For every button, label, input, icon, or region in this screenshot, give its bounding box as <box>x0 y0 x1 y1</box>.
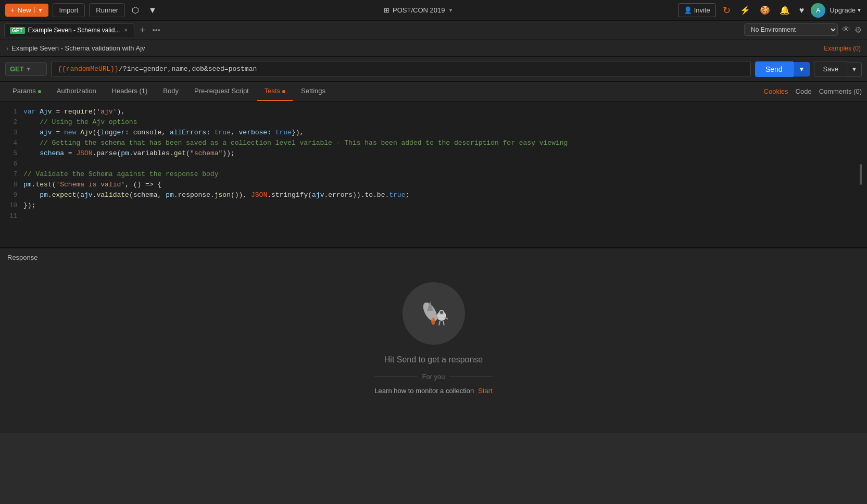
tab-pre-request[interactable]: Pre-request Script <box>187 82 256 101</box>
send-dropdown-button[interactable]: ▼ <box>793 62 810 77</box>
top-toolbar: + New ▼ Import Runner ⬡ ▼ ⊞ POST/CON 201… <box>0 0 867 21</box>
env-settings-icon[interactable]: ⚙ <box>855 25 862 35</box>
upgrade-dropdown-arrow: ▼ <box>857 7 862 13</box>
code-line-7: 7 // Validate the Schema against the res… <box>0 169 867 180</box>
tab-tests[interactable]: Tests <box>257 82 293 101</box>
tab-more-button[interactable]: ••• <box>150 24 162 36</box>
env-bar: No Environment 👁 ⚙ <box>739 21 867 39</box>
svg-point-3 <box>431 318 435 325</box>
code-line-3: 3 ajv = new Ajv({logger: console, allErr… <box>0 128 867 138</box>
code-line-5: 5 schema = JSON.parse(pm.variables.get("… <box>0 148 867 159</box>
tab-title: Example Seven - Schema valid... <box>28 27 120 34</box>
interceptor-icon[interactable]: ⚡ <box>737 3 753 18</box>
sync-icon[interactable]: ↻ <box>720 2 733 19</box>
code-editor[interactable]: 1 var Ajv = require('ajv'), 2 // Using t… <box>0 102 867 247</box>
code-line-1: 1 var Ajv = require('ajv'), <box>0 107 867 117</box>
hit-send-text: Hit Send to get a response <box>384 355 483 364</box>
tab-add-button[interactable]: + <box>136 23 148 38</box>
breadcrumb: › Example Seven - Schema validation with… <box>0 40 867 57</box>
code-line-2: 2 // Using the Ajv options <box>0 117 867 128</box>
tab-example-seven[interactable]: GET Example Seven - Schema valid... × <box>4 23 134 37</box>
tab-headers[interactable]: Headers (1) <box>105 82 155 101</box>
user-icon: 👤 <box>684 6 692 14</box>
url-path: /?inc=gender,name,dob&seed=postman <box>119 65 257 73</box>
breadcrumb-title: Example Seven - Schema validation with A… <box>11 44 145 52</box>
plus-icon: + <box>10 6 15 14</box>
code-line-8: 8 pm.test('Schema is valid', () => { <box>0 180 867 190</box>
breadcrumb-arrow: › <box>6 45 8 52</box>
request-tabs: Params Authorization Headers (1) Body Pr… <box>0 82 867 102</box>
invite-label: Invite <box>694 6 710 14</box>
heart-icon[interactable]: ♥ <box>797 3 807 18</box>
url-template-var: {{randomMeURL}} <box>58 65 119 73</box>
tab-authorization[interactable]: Authorization <box>49 82 104 101</box>
import-button[interactable]: Import <box>53 3 85 17</box>
tab-settings[interactable]: Settings <box>294 82 333 101</box>
workspace-section: ⊞ POST/CON 2019 ▼ <box>164 6 674 14</box>
start-link[interactable]: Start <box>478 387 492 395</box>
save-button[interactable]: Save <box>814 61 847 77</box>
comments-link[interactable]: Comments (0) <box>819 87 862 95</box>
tab-close-button[interactable]: × <box>123 27 129 34</box>
tests-dot <box>282 90 285 93</box>
bell-icon[interactable]: 🔔 <box>777 3 793 18</box>
learn-row: Learn how to monitor a collection Start <box>374 387 492 395</box>
code-line-4: 4 // Getting the schema that has been sa… <box>0 138 867 148</box>
tab-method-badge: GET <box>10 27 25 34</box>
params-dot <box>38 90 41 93</box>
method-dropdown-arrow[interactable]: ▼ <box>26 66 31 72</box>
for-you-label: For you <box>374 373 492 381</box>
response-title: Response <box>7 254 38 261</box>
workspace-dropdown-arrow[interactable]: ▼ <box>448 7 454 13</box>
save-dropdown-button[interactable]: ▼ <box>847 62 862 77</box>
learn-label: Learn how to monitor a collection <box>374 387 474 395</box>
scroll-bar-thumb[interactable] <box>860 164 862 185</box>
send-button[interactable]: Send <box>755 61 793 77</box>
save-button-group: Save ▼ <box>814 61 862 77</box>
code-line-11: 11 <box>0 211 867 221</box>
tabs-right: Cookies Code Comments (0) <box>764 87 862 95</box>
code-line-6: 6 <box>0 159 867 169</box>
capture-dropdown[interactable]: ▼ <box>146 3 159 18</box>
rocket-illustration <box>403 282 465 345</box>
code-line-9: 9 pm.expect(ajv.validate(schema, pm.resp… <box>0 190 867 200</box>
new-label: New <box>18 6 31 14</box>
response-panel-header: Response <box>0 247 867 267</box>
code-line-10: 10 }); <box>0 200 867 211</box>
workspace-name[interactable]: POST/CON 2019 <box>393 6 445 14</box>
url-input[interactable]: {{randomMeURL}}/?inc=gender,name,dob&see… <box>51 61 751 77</box>
code-link[interactable]: Code <box>796 87 812 95</box>
toolbar-right: 👤 Invite ↻ ⚡ 🍪 🔔 ♥ A Upgrade ▼ <box>678 2 862 19</box>
rocket-svg <box>410 290 457 337</box>
runner-button[interactable]: Runner <box>89 3 125 17</box>
environment-select[interactable]: No Environment <box>744 23 838 36</box>
method-select[interactable]: GET ▼ <box>5 62 47 76</box>
tab-params[interactable]: Params <box>5 82 48 101</box>
grid-icon: ⊞ <box>384 6 389 14</box>
cookies-link[interactable]: Cookies <box>764 87 788 95</box>
response-content: Hit Send to get a response For you Learn… <box>0 267 867 433</box>
invite-button[interactable]: 👤 Invite <box>678 3 716 17</box>
for-you-section: For you Learn how to monitor a collectio… <box>374 373 492 395</box>
env-eye-icon[interactable]: 👁 <box>842 25 850 34</box>
upgrade-button[interactable]: Upgrade ▼ <box>830 6 862 14</box>
tab-body[interactable]: Body <box>156 82 186 101</box>
send-button-group: Send ▼ <box>755 61 810 77</box>
method-value: GET <box>10 65 24 73</box>
svg-point-10 <box>440 311 443 314</box>
new-button[interactable]: + New ▼ <box>5 4 48 17</box>
examples-link[interactable]: Examples (0) <box>824 45 861 52</box>
capture-icon[interactable]: ⬡ <box>129 3 142 18</box>
cookie-icon[interactable]: 🍪 <box>757 3 773 18</box>
url-bar: GET ▼ {{randomMeURL}}/?inc=gender,name,d… <box>0 57 867 82</box>
new-dropdown-arrow[interactable]: ▼ <box>34 7 43 13</box>
tabs-bar: GET Example Seven - Schema valid... × + … <box>0 21 739 40</box>
avatar[interactable]: A <box>811 3 825 18</box>
